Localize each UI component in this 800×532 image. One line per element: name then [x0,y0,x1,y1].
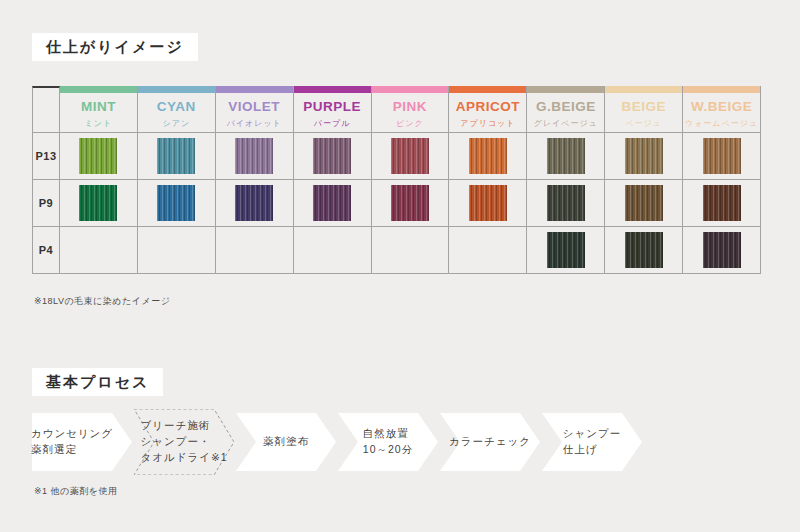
process-step-text: 薬剤塗布 [236,413,336,471]
hair-swatch-beige-p4 [625,232,663,268]
column-header-violet: VIOLETバイオレット [216,86,294,133]
column-name: VIOLET [216,100,293,115]
hair-swatch-pink-p13 [391,138,429,174]
swatch-cell-violet-p9 [216,180,294,227]
column-name: CYAN [138,100,215,115]
hair-swatch-g-beige-p13 [547,138,585,174]
column-kana: ウォームベージュ [683,118,760,129]
column-header-w-beige: W.BEIGEウォームベージュ [683,86,761,133]
process-flow: カウンセリング薬剤選定ブリーチ施術シャンプー・タオルドライ※1薬剤塗布自然放置1… [32,413,712,471]
process-step-6: シャンプー仕上げ [542,413,642,471]
column-name: G.BEIGE [527,100,604,115]
table-corner-cell [32,86,60,133]
process-step-lines: カラーチェック [449,434,531,450]
row-label-p9: P9 [39,197,53,209]
process-step-text: シャンプー仕上げ [542,413,642,471]
process-step-1: カウンセリング薬剤選定 [32,413,132,471]
hair-swatch-cyan-p9 [157,185,195,221]
swatch-cell-g-beige-p4 [527,227,605,274]
column-kana: シアン [138,118,215,129]
column-header-purple: PURPLEパープル [294,86,372,133]
process-step-lines: 自然放置10～20分 [363,426,413,458]
swatch-cell-cyan-p4 [138,227,216,274]
process-step-text: カウンセリング薬剤選定 [32,413,132,471]
swatch-cell-beige-p13 [605,133,683,180]
process-step-5: カラーチェック [440,413,540,471]
hair-swatch-w-beige-p13 [703,138,741,174]
hair-swatch-mint-p13 [79,138,117,174]
swatch-cell-mint-p4 [60,227,138,274]
column-kana: パープル [294,118,371,129]
hair-swatch-purple-p13 [313,138,351,174]
column-kana: ベージュ [605,118,682,129]
column-accent-bar [372,86,449,93]
column-kana: ピンク [372,118,449,129]
hair-swatch-cyan-p13 [157,138,195,174]
column-header-g-beige: G.BEIGEグレイベージュ [527,86,605,133]
hair-swatch-beige-p13 [625,138,663,174]
swatch-cell-cyan-p9 [138,180,216,227]
column-name: BEIGE [605,100,682,115]
row-label-p4: P4 [39,244,53,256]
process-footnote: ※1 他の薬剤を使用 [34,485,117,498]
column-name: MINT [60,100,137,115]
process-step-lines: ブリーチ施術シャンプー・タオルドライ※1 [140,418,227,465]
row-label-cell: P9 [32,180,60,227]
finish-image-section-title: 仕上がりイメージ [32,33,198,61]
swatch-cell-g-beige-p13 [527,133,605,180]
column-accent-bar [216,86,293,93]
column-accent-bar [527,86,604,93]
swatch-cell-mint-p9 [60,180,138,227]
column-header-pink: PINKピンク [372,86,450,133]
hair-swatch-apricot-p13 [469,138,507,174]
process-step-lines: カウンセリング薬剤選定 [31,426,113,458]
swatch-cell-violet-p4 [216,227,294,274]
process-step-text: 自然放置10～20分 [338,413,438,471]
column-accent-bar [138,86,215,93]
column-header-cyan: CYANシアン [138,86,216,133]
hair-color-leaflet-page: 仕上がりイメージ MINTミントCYANシアンVIOLETバイオレットPURPL… [0,0,800,532]
hair-swatch-mint-p9 [79,185,117,221]
hair-swatch-beige-p9 [625,185,663,221]
basic-process-section-title: 基本プロセス [32,368,163,396]
swatch-cell-g-beige-p9 [527,180,605,227]
hair-swatch-pink-p9 [391,185,429,221]
column-header-beige: BEIGEベージュ [605,86,683,133]
column-accent-bar [294,86,371,93]
column-name: W.BEIGE [683,100,760,115]
column-accent-bar [60,86,137,93]
hair-swatch-w-beige-p4 [703,232,741,268]
swatch-cell-apricot-p9 [449,180,527,227]
process-step-3: 薬剤塗布 [236,413,336,471]
column-kana: バイオレット [216,118,293,129]
hair-swatch-purple-p9 [313,185,351,221]
swatch-cell-beige-p9 [605,180,683,227]
hair-swatch-g-beige-p9 [547,185,585,221]
column-accent-bar [605,86,682,93]
row-label-p13: P13 [35,150,56,162]
process-step-2: ブリーチ施術シャンプー・タオルドライ※1 [134,409,234,475]
swatch-cell-purple-p4 [294,227,372,274]
swatch-cell-apricot-p13 [449,133,527,180]
column-kana: グレイベージュ [527,118,604,129]
swatch-cell-mint-p13 [60,133,138,180]
column-header-mint: MINTミント [60,86,138,133]
row-label-cell: P4 [32,227,60,274]
column-name: PINK [372,100,449,115]
column-accent-bar [683,86,760,93]
process-step-lines: 薬剤塗布 [263,434,309,450]
swatch-cell-purple-p13 [294,133,372,180]
swatch-cell-purple-p9 [294,180,372,227]
column-kana: ミント [60,118,137,129]
swatch-cell-pink-p4 [372,227,450,274]
process-step-text: ブリーチ施術シャンプー・タオルドライ※1 [134,409,234,475]
hair-swatch-apricot-p9 [469,185,507,221]
swatch-cell-pink-p9 [372,180,450,227]
swatch-cell-w-beige-p13 [683,133,761,180]
swatch-cell-pink-p13 [372,133,450,180]
swatch-cell-beige-p4 [605,227,683,274]
column-name: APRICOT [449,100,526,115]
row-label-cell: P13 [32,133,60,180]
column-accent-bar [449,86,526,93]
hair-swatch-violet-p9 [235,185,273,221]
